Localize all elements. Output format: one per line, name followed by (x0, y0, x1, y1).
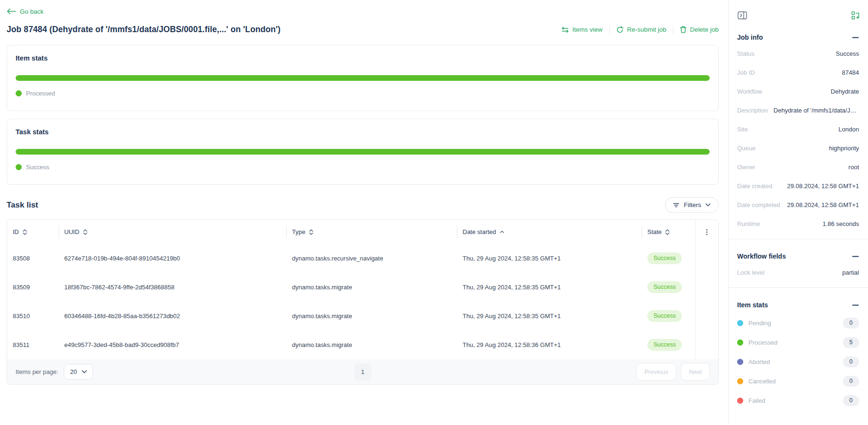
stat-row: Cancelled 0 (729, 372, 868, 391)
task-stats-card: Task stats Success (7, 119, 719, 185)
field-value: Success (836, 50, 859, 57)
cell-uuid: 18f367bc-7862-4574-9ffe-2d54f3868858 (59, 273, 286, 302)
items-per-page-select[interactable]: 20 (64, 364, 93, 380)
field-row: Workflow Dehydrate (729, 82, 868, 101)
column-header-date-started[interactable]: Date started (457, 220, 642, 244)
next-page-button[interactable]: Next (681, 363, 710, 381)
delete-job-button[interactable]: Delete job (673, 26, 719, 33)
stat-count-badge: 0 (843, 318, 859, 329)
column-header-state[interactable]: State (642, 220, 695, 244)
field-value: 1.86 seconds (823, 220, 859, 227)
status-badge: Success (647, 310, 682, 322)
table-row[interactable]: 83510 60346488-16fd-4b28-85aa-b3561273db… (7, 302, 718, 330)
workflow-fields-section-title: Workflow fields (737, 252, 786, 260)
stat-label: Cancelled (748, 378, 838, 385)
cell-type: dynamo.tasks.migrate (286, 330, 457, 359)
field-row: Site London (729, 120, 868, 139)
filter-icon (673, 202, 679, 208)
cell-id: 83510 (7, 302, 59, 330)
table-row[interactable]: 83509 18f367bc-7862-4574-9ffe-2d54f38688… (7, 273, 718, 302)
field-value: root (849, 164, 859, 171)
field-row: Owner root (729, 157, 868, 176)
trash-icon (680, 26, 687, 33)
items-view-button[interactable]: Items view (561, 26, 609, 33)
processed-dot-icon (16, 90, 22, 96)
items-view-label: Items view (572, 26, 602, 33)
sort-icon (309, 229, 313, 235)
task-table: ID UUID Type (7, 219, 719, 385)
app-root: Go back Job 87484 (Dehydrate of '/mmfs1/… (0, 0, 868, 425)
resubmit-job-button[interactable]: Re-submit job (610, 26, 673, 34)
cell-state: Success (642, 273, 695, 302)
cell-date-started: Thu, 29 Aug 2024, 12:58:35 GMT+1 (457, 273, 642, 302)
collapse-job-info-button[interactable] (852, 35, 859, 40)
column-header-id[interactable]: ID (7, 220, 59, 244)
stat-count-badge: 0 (843, 395, 859, 406)
cell-id: 83511 (7, 330, 59, 359)
items-per-page-label: Items per page: (16, 368, 58, 375)
sort-icon (665, 229, 670, 235)
back-arrow-icon (7, 9, 16, 14)
column-header-uuid[interactable]: UUID (59, 220, 286, 244)
field-row: Date created 29.08.2024, 12:58 GMT+1 (729, 176, 868, 195)
table-row[interactable]: 83511 e49c9577-3ded-45b8-bad9-30cced908f… (7, 330, 718, 359)
cell-type: dynamo.tasks.migrate (286, 302, 457, 330)
field-row: Lock level partial (729, 263, 868, 282)
field-label: Owner (737, 164, 755, 171)
field-row: Queue highpriority (729, 139, 868, 157)
column-menu-button[interactable] (703, 226, 711, 238)
field-row: Status Success (729, 44, 868, 63)
collapse-item-stats-button[interactable] (852, 303, 859, 307)
cell-actions (695, 244, 718, 273)
job-info-fields: Status Success Job ID 87484 Workflow Deh… (729, 44, 868, 233)
cell-uuid: e49c9577-3ded-45b8-bad9-30cced908fb7 (59, 330, 286, 359)
cell-state: Success (642, 330, 695, 359)
field-label: Date created (737, 182, 772, 190)
go-back-link[interactable]: Go back (7, 8, 43, 15)
job-info-section-title: Job info (737, 34, 763, 41)
field-value: partial (842, 269, 859, 276)
workflow-shortcut-button[interactable] (851, 10, 861, 20)
details-sidebar: Job info Status Success Job ID 87484 (728, 0, 868, 425)
previous-page-button[interactable]: Previous (636, 363, 677, 381)
sort-ascending-icon (500, 231, 504, 233)
column-header-actions (695, 220, 718, 244)
status-badge: Success (647, 252, 682, 264)
filters-button[interactable]: Filters (665, 197, 719, 213)
stat-label: Processed (748, 339, 838, 346)
stat-dot-icon (737, 320, 743, 326)
field-label: Date completed (737, 201, 780, 208)
table-row[interactable]: 83508 6274e718-019b-494e-804f-8910454219… (7, 244, 718, 273)
field-row: Date completed 29.08.2024, 12:58 GMT+1 (729, 195, 868, 214)
cell-state: Success (642, 244, 695, 273)
cell-uuid: 60346488-16fd-4b28-85aa-b3561273db02 (59, 302, 286, 330)
item-stats-section-title: Item stats (737, 301, 768, 309)
page-1-button[interactable]: 1 (354, 364, 371, 381)
status-badge: Success (647, 281, 682, 293)
collapse-panel-button[interactable] (737, 10, 748, 20)
stat-dot-icon (737, 378, 743, 384)
table-footer: Items per page: 20 1 Previous Next (7, 359, 718, 384)
field-row: Description Dehydrate of '/mmfs1/data/JO… (729, 101, 868, 120)
stat-dot-icon (737, 339, 743, 346)
field-value: 29.08.2024, 12:58 GMT+1 (787, 182, 859, 190)
status-badge: Success (647, 339, 682, 351)
header-actions: Items view Re-submit job (561, 26, 719, 34)
field-value: Dehydrate (831, 88, 859, 95)
success-dot-icon (16, 164, 22, 170)
task-list-title: Task list (7, 200, 38, 210)
field-label: Workflow (737, 88, 762, 95)
go-back-label: Go back (20, 8, 43, 15)
stat-count-badge: 5 (843, 337, 859, 348)
field-label: Runtime (737, 220, 760, 227)
column-header-type[interactable]: Type (286, 220, 457, 244)
collapse-workflow-fields-button[interactable] (852, 254, 859, 259)
item-stats-progress-bar (16, 75, 710, 81)
stat-dot-icon (737, 398, 743, 404)
divider (729, 239, 868, 239)
cell-id: 83508 (7, 244, 59, 273)
stat-row: Failed 0 (729, 391, 868, 410)
resubmit-job-label: Re-submit job (627, 26, 666, 33)
field-value: London (839, 126, 859, 133)
field-row: Job ID 87484 (729, 63, 868, 82)
